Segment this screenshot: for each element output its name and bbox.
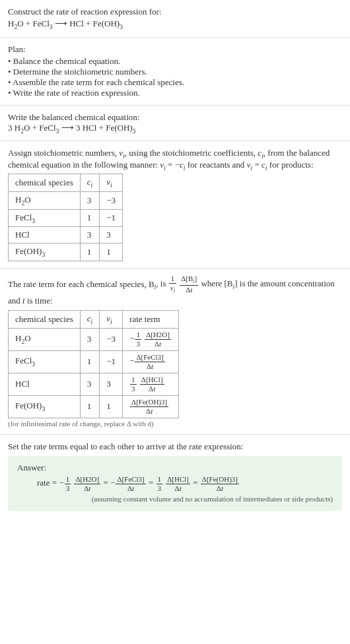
stoich-intro: Assign stoichiometric numbers, νi, using… — [8, 148, 342, 171]
table-row: H2O 3 −3 −13 Δ[H2O]Δt — [9, 328, 179, 350]
table-row: Fe(OH)3 1 1 Δ[Fe(OH)3]Δt — [9, 395, 179, 418]
final-intro: Set the rate terms equal to each other t… — [8, 441, 342, 452]
cell-nu: 3 — [100, 373, 123, 395]
table-row: Fe(OH)3 1 1 — [9, 243, 123, 261]
unbalanced-equation: H2O + FeCl3 ⟶ HCl + Fe(OH)3 — [8, 18, 342, 30]
cell-species: FeCl3 — [9, 350, 81, 373]
col-nui: νi — [100, 310, 123, 328]
cell-c: 3 — [80, 373, 100, 395]
col-ci: ci — [80, 310, 100, 328]
rate-terms-footnote: (for infinitesimal rate of change, repla… — [8, 420, 342, 428]
cell-c: 1 — [80, 243, 100, 261]
cell-species: HCl — [9, 373, 81, 395]
answer-equation: rate = −13 Δ[H2O]Δt = −Δ[FeCl3]Δt = 13 Δ… — [17, 476, 333, 492]
table-header-row: chemical species ci νi rate term — [9, 310, 179, 328]
stoich-section: Assign stoichiometric numbers, νi, using… — [0, 141, 350, 269]
cell-species: H2O — [9, 191, 81, 209]
table-row: H2O 3 −3 — [9, 191, 123, 209]
table-row: FeCl3 1 −1 — [9, 209, 123, 227]
cell-nu: 1 — [100, 243, 123, 261]
cell-nu: −3 — [100, 191, 123, 209]
plan-item: • Write the rate of reaction expression. — [8, 88, 342, 98]
cell-c: 3 — [80, 328, 100, 350]
stoich-table: chemical species ci νi H2O 3 −3 FeCl3 1 … — [8, 174, 123, 261]
cell-nu: −3 — [100, 328, 123, 350]
plan-list: • Balance the chemical equation. • Deter… — [8, 56, 342, 98]
cell-c: 1 — [80, 209, 100, 227]
table-row: FeCl3 1 −1 −Δ[FeCl3]Δt — [9, 350, 179, 373]
table-row: HCl 3 3 — [9, 227, 123, 243]
cell-c: 3 — [80, 227, 100, 243]
cell-rate: −13 Δ[H2O]Δt — [123, 328, 179, 350]
cell-c: 1 — [80, 350, 100, 373]
plan-item: • Assemble the rate term for each chemic… — [8, 77, 342, 88]
plan-item: • Determine the stoichiometric numbers. — [8, 67, 342, 77]
answer-box: Answer: rate = −13 Δ[H2O]Δt = −Δ[FeCl3]Δ… — [8, 456, 342, 511]
col-species: chemical species — [9, 310, 81, 328]
table-header-row: chemical species ci νi — [9, 174, 123, 192]
cell-c: 1 — [80, 395, 100, 418]
cell-nu: −1 — [100, 209, 123, 227]
cell-species: HCl — [9, 227, 81, 243]
cell-rate: 13 Δ[HCl]Δt — [123, 373, 179, 395]
rate-terms-table: chemical species ci νi rate term H2O 3 −… — [8, 310, 179, 418]
prompt-section: Construct the rate of reaction expressio… — [0, 0, 350, 38]
final-section: Set the rate terms equal to each other t… — [0, 435, 350, 523]
col-nui: νi — [100, 174, 123, 192]
cell-species: Fe(OH)3 — [9, 243, 81, 261]
balanced-title: Write the balanced chemical equation: — [8, 112, 342, 123]
rate-intro-pre: The rate term for each chemical species,… — [8, 279, 155, 289]
cell-species: FeCl3 — [9, 209, 81, 227]
col-rate-term: rate term — [123, 310, 179, 328]
cell-nu: −1 — [100, 350, 123, 373]
prompt-text: Construct the rate of reaction expressio… — [8, 7, 342, 17]
cell-c: 3 — [80, 191, 100, 209]
rate-terms-section: The rate term for each chemical species,… — [0, 269, 350, 435]
plan-item: • Balance the chemical equation. — [8, 56, 342, 67]
cell-rate: −Δ[FeCl3]Δt — [123, 350, 179, 373]
cell-rate: Δ[Fe(OH)3]Δt — [123, 395, 179, 418]
plan-title: Plan: — [8, 44, 342, 55]
answer-note: (assuming constant volume and no accumul… — [17, 495, 333, 503]
col-species: chemical species — [9, 174, 81, 192]
cell-species: H2O — [9, 328, 81, 350]
cell-nu: 3 — [100, 227, 123, 243]
balanced-section: Write the balanced chemical equation: 3 … — [0, 106, 350, 142]
answer-label: Answer: — [17, 463, 333, 473]
table-row: HCl 3 3 13 Δ[HCl]Δt — [9, 373, 179, 395]
plan-section: Plan: • Balance the chemical equation. •… — [0, 38, 350, 106]
rate-terms-intro: The rate term for each chemical species,… — [8, 275, 342, 307]
cell-nu: 1 — [100, 395, 123, 418]
cell-species: Fe(OH)3 — [9, 395, 81, 418]
balanced-equation: 3 H2O + FeCl3 ⟶ 3 HCl + Fe(OH)3 — [8, 123, 342, 135]
col-ci: ci — [80, 174, 100, 192]
